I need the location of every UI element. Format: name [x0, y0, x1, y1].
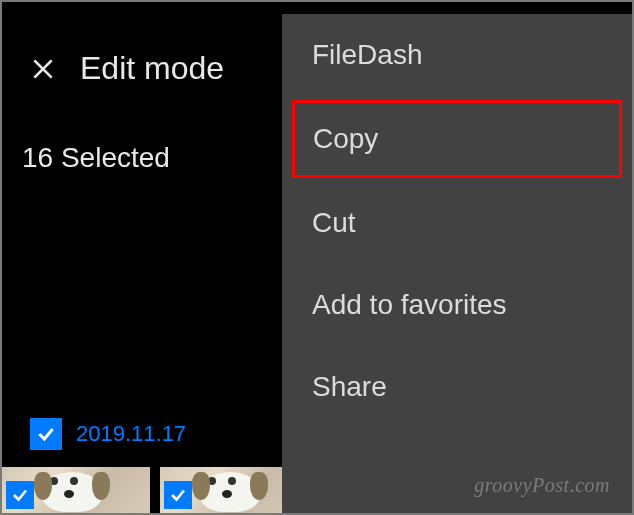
- menu-item-cut[interactable]: Cut: [282, 182, 632, 264]
- thumbnail-row: [2, 467, 308, 513]
- watermark: groovyPost.com: [474, 474, 610, 497]
- menu-item-share[interactable]: Share: [282, 346, 632, 428]
- close-icon[interactable]: [28, 54, 58, 84]
- menu-item-filedash[interactable]: FileDash: [282, 14, 632, 96]
- page-title: Edit mode: [80, 50, 224, 87]
- date-checkbox[interactable]: [30, 418, 62, 450]
- context-menu: FileDash Copy Cut Add to favorites Share: [282, 14, 632, 513]
- thumbnail-check-icon[interactable]: [6, 481, 34, 509]
- photo-thumbnail[interactable]: [2, 467, 150, 513]
- menu-item-add-to-favorites[interactable]: Add to favorites: [282, 264, 632, 346]
- date-group-row: 2019.11.17: [30, 418, 186, 450]
- thumbnail-check-icon[interactable]: [164, 481, 192, 509]
- date-label: 2019.11.17: [76, 421, 186, 447]
- menu-item-copy[interactable]: Copy: [292, 100, 622, 178]
